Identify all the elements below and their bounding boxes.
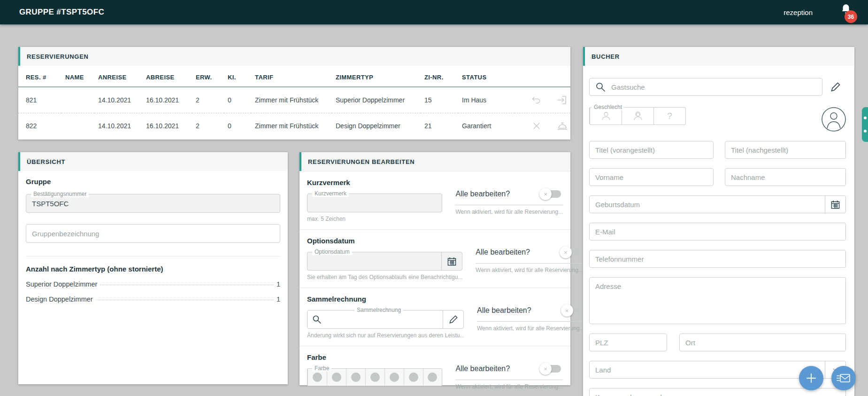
cell-ki: 0 — [224, 87, 251, 113]
roomtype-count: 1 — [277, 280, 280, 288]
edit-all-toggle[interactable]: × — [564, 307, 583, 314]
gender-female-button[interactable] — [622, 108, 653, 124]
search-icon — [312, 315, 322, 324]
birthdate-input[interactable] — [590, 201, 825, 209]
title-prefix-input[interactable] — [590, 146, 713, 154]
phone-input[interactable] — [590, 255, 845, 263]
edit-all-toggle[interactable]: × — [542, 190, 561, 198]
gender-selector: Geschlecht ? — [589, 107, 686, 125]
overview-divider — [26, 256, 280, 256]
side-drawer-handle[interactable] — [862, 107, 868, 142]
col-tarif: TARIF — [251, 66, 332, 87]
color-swatch[interactable] — [384, 369, 404, 386]
edit-all-helper: Wenn aktiviert, wird für alle Reservieru… — [476, 267, 583, 273]
gender-unknown-button[interactable]: ? — [653, 108, 685, 124]
last-name-input[interactable] — [725, 173, 845, 181]
group-name-field[interactable] — [26, 224, 280, 243]
zip-input[interactable] — [590, 339, 667, 347]
kurzvermerk-label: Kurzvermerk — [312, 190, 349, 197]
send-mail-icon — [837, 373, 851, 383]
booker-panel-title: BUCHER — [591, 53, 620, 60]
edit-panel-header: RESERVIERUNGEN BEARBEITEN — [300, 152, 570, 171]
edit-all-label: Alle bearbeiten? — [455, 365, 510, 373]
col-anreise: ANREISE — [94, 66, 142, 87]
overview-panel-title: ÜBERSICHT — [27, 158, 65, 165]
col-res: RES. # — [18, 66, 61, 87]
email-input[interactable] — [590, 228, 845, 236]
title-suffix-field[interactable] — [725, 141, 846, 159]
table-row[interactable]: 822 14.10.2021 16.10.2021 2 0 Zimmer mit… — [18, 113, 570, 139]
cell-tarif: Zimmer mit Frühstück — [251, 113, 332, 139]
edit-reservations-panel: RESERVIERUNGEN BEARBEITEN Kurzvermerk Ku… — [300, 152, 570, 385]
cell-ki: 0 — [224, 113, 251, 139]
zip-field[interactable] — [589, 334, 667, 351]
booker-panel-header: BUCHER — [583, 47, 854, 66]
check-out-icon[interactable] — [557, 95, 567, 105]
color-swatch[interactable] — [404, 369, 423, 386]
col-status: STATUS — [458, 66, 515, 87]
add-button[interactable] — [799, 366, 823, 390]
booker-panel: BUCHER Geschlecht — [583, 47, 854, 396]
send-email-button[interactable] — [831, 366, 856, 390]
optionsdatum-input — [307, 257, 441, 265]
plus-icon — [805, 372, 817, 384]
calendar-button[interactable] — [825, 196, 845, 213]
address-input[interactable] — [590, 278, 845, 324]
sammelrechnung-input[interactable] — [322, 316, 443, 324]
search-icon — [595, 82, 606, 92]
divider — [477, 321, 584, 322]
color-swatch[interactable] — [423, 369, 442, 386]
color-picker: Farbe — [307, 368, 442, 386]
edit-all-toggle[interactable]: × — [542, 365, 561, 373]
cancel-icon[interactable] — [531, 121, 542, 131]
edit-all-label: Alle bearbeiten? — [455, 190, 510, 198]
undo-icon[interactable] — [531, 95, 542, 105]
gender-label: Geschlecht — [591, 104, 624, 110]
phone-field[interactable] — [589, 250, 846, 268]
edit-invoice-button[interactable] — [443, 311, 463, 328]
last-name-field[interactable] — [725, 168, 846, 186]
email-field[interactable] — [589, 223, 846, 241]
group-name-input[interactable] — [26, 230, 280, 238]
birthdate-field[interactable] — [589, 195, 846, 213]
sammelrechnung-field[interactable]: Sammelrechnung — [307, 310, 464, 329]
group-heading: Gruppe — [26, 178, 280, 186]
cell-anreise: 14.10.2021 — [94, 87, 142, 113]
divider — [455, 380, 563, 380]
city-input[interactable] — [680, 339, 845, 347]
reservations-panel-header: RESERVIERUNGEN — [18, 47, 570, 66]
col-erw: ERW. — [192, 66, 224, 87]
language-input[interactable] — [590, 393, 845, 396]
guest-search-field[interactable] — [589, 78, 822, 96]
table-row[interactable]: 821 14.10.2021 16.10.2021 2 0 Zimmer mit… — [18, 87, 570, 113]
guest-search-input[interactable] — [606, 83, 822, 91]
cell-anreise: 14.10.2021 — [94, 113, 142, 139]
color-swatch[interactable] — [365, 369, 384, 386]
first-name-input[interactable] — [590, 173, 713, 181]
calendar-button[interactable] — [441, 252, 462, 270]
country-input[interactable] — [590, 366, 825, 374]
table-header-row: RES. # NAME ANREISE ABREISE ERW. KI. TAR… — [18, 66, 570, 87]
city-field[interactable] — [679, 334, 846, 351]
cell-tarif: Zimmer mit Frühstück — [251, 87, 332, 113]
title-prefix-field[interactable] — [589, 141, 714, 159]
overview-panel-header: ÜBERSICHT — [18, 152, 288, 171]
user-menu[interactable]: rezeption — [784, 8, 813, 16]
edit-all-helper: Wenn aktiviert, wird für alle Reservieru… — [455, 209, 563, 215]
col-ki: KI. — [224, 66, 251, 87]
cell-abreise: 16.10.2021 — [142, 113, 192, 139]
color-swatch[interactable] — [346, 369, 365, 386]
edit-all-toggle[interactable]: × — [562, 248, 581, 256]
drag-handle-icon — [864, 130, 867, 132]
edit-all-label: Alle bearbeiten? — [477, 306, 531, 315]
edit-guest-button[interactable] — [825, 78, 846, 96]
notification-badge: 36 — [845, 10, 857, 23]
notifications-button[interactable]: 36 — [840, 3, 854, 22]
drag-handle-icon — [864, 116, 867, 119]
address-field[interactable] — [589, 277, 846, 324]
first-name-field[interactable] — [589, 168, 714, 186]
service-bell-icon[interactable] — [557, 121, 568, 131]
cell-res: 821 — [18, 87, 61, 113]
title-suffix-input[interactable] — [725, 146, 845, 154]
status-badge: Garantiert — [458, 113, 515, 139]
